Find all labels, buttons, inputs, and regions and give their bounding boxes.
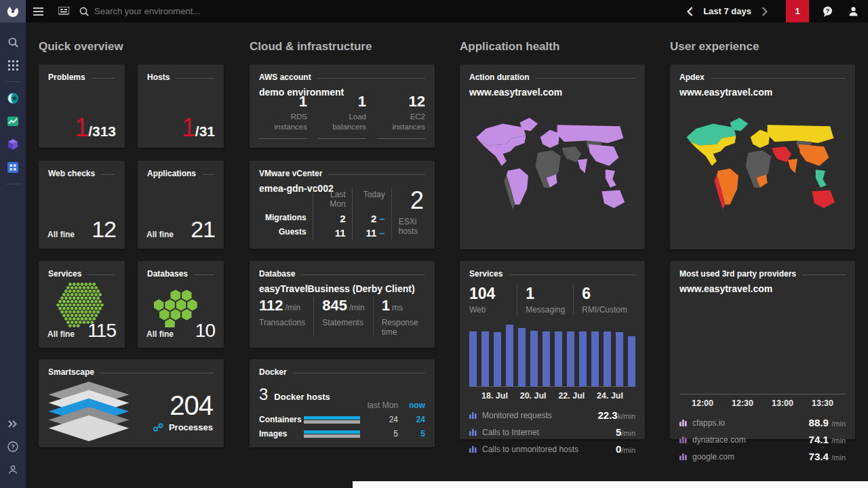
tile-applications[interactable]: Applications All fine 21	[138, 161, 224, 249]
chat-button[interactable]: ?	[814, 0, 841, 22]
providers-legend: cfapps.io 88.9 /min dynatrace.com 74.1 /…	[679, 414, 846, 465]
search-bar[interactable]	[79, 6, 284, 16]
tile-title: Database	[259, 269, 295, 279]
tile-title: AWS account	[259, 73, 311, 82]
map-region-china	[589, 144, 618, 166]
x-axis-ticks: 18. Jul 20. Jul 22. Jul 24. Jul	[469, 387, 635, 401]
tile-rule	[100, 373, 214, 373]
column-header: Last Mon	[313, 188, 352, 211]
esxi-count: 2	[410, 188, 424, 213]
providers-stacked-bar-chart[interactable]	[679, 335, 846, 394]
tile-title: Services	[469, 269, 502, 279]
tile-services[interactable]: Services All fine 115	[39, 261, 125, 348]
legend-row[interactable]: google.com 73.4 /min	[679, 448, 846, 465]
legend-value: 0	[616, 443, 621, 455]
legend-row[interactable]: dynatrace.com 74.1 /min	[679, 431, 846, 448]
tick-label: 22. Jul	[558, 391, 585, 401]
images-now: 5	[398, 429, 425, 439]
map-region-china	[799, 144, 829, 166]
chevron-left-icon	[687, 7, 693, 16]
sidebar-app-cube[interactable]	[0, 133, 26, 156]
sidebar-apps-button[interactable]	[0, 54, 26, 77]
tile-docker[interactable]: Docker 3 Docker hosts last Mon now Conta…	[250, 359, 435, 447]
stat-value: 1	[259, 93, 307, 110]
stat-caption: Transactions	[259, 318, 305, 327]
tile-problems[interactable]: Problems 1 /313	[39, 64, 125, 148]
row-label: Containers	[259, 415, 304, 424]
sidebar-expand-button[interactable]	[0, 412, 26, 435]
databases-count: 10	[195, 320, 215, 342]
svg-text:?: ?	[826, 7, 830, 14]
tile-vmware-vcenter[interactable]: VMware vCenter emea-gdn-vc002 Last Mon T…	[250, 161, 435, 249]
status-text: All fine	[47, 230, 75, 239]
stat-unit: ms	[392, 303, 403, 312]
green-chart-app-icon	[7, 115, 19, 127]
map-region-greenland	[730, 118, 748, 131]
sidebar-app-tiles[interactable]	[0, 156, 26, 179]
esxi-label: ESXi hosts	[399, 217, 424, 236]
stat-caption: RDS instances	[259, 112, 307, 132]
services-stat-rmi: 6 RMI/Custom	[573, 285, 635, 314]
tile-rule	[293, 373, 425, 373]
sidebar-search-button[interactable]	[0, 30, 26, 54]
legend-row[interactable]: Monitored requests 22.3k/min	[469, 407, 635, 424]
tile-title: Databases	[147, 269, 188, 279]
sidebar-user-button[interactable]	[0, 458, 26, 481]
tile-action-duration[interactable]: Action duration www.easytravel.com	[460, 64, 645, 249]
search-input[interactable]	[94, 6, 284, 16]
sidebar-app-globe[interactable]	[0, 87, 26, 110]
mini-bar-chart-icon	[679, 436, 687, 443]
mini-bar-chart-icon	[469, 445, 477, 453]
dynatrace-logo[interactable]	[0, 0, 26, 22]
tick-label: 12:30	[732, 399, 753, 408]
legend-row[interactable]: cfapps.io 88.9 /min	[679, 414, 846, 431]
map-region-europe	[751, 129, 770, 148]
menu-button[interactable]	[26, 0, 51, 22]
apdex-world-map[interactable]	[678, 104, 847, 243]
tile-aws-account[interactable]: AWS account demo environment 1 RDS insta…	[250, 64, 435, 148]
legend-unit: /min	[831, 436, 846, 445]
tile-databases[interactable]: Databases All fine 10	[138, 261, 224, 348]
column-quick-overview: Quick overview Problems 1 /313 Hosts 1 /…	[39, 22, 224, 488]
requests-bar-chart[interactable]	[469, 323, 635, 387]
sidebar-app-chart[interactable]	[0, 110, 26, 133]
legend-row[interactable]: Calls to Internet 5/min	[469, 424, 635, 441]
hosts-total-count: /31	[195, 123, 215, 140]
tile-web-checks[interactable]: Web checks All fine 12	[39, 161, 125, 249]
guests-last-mon: 11	[313, 226, 352, 240]
timeframe-label[interactable]: Last 7 days	[701, 6, 754, 16]
column-header: now	[398, 401, 425, 410]
timeframe-prev-button[interactable]	[679, 0, 701, 22]
tile-apdex[interactable]: Apdex www.easytravel.com	[670, 64, 855, 249]
trend-flat-icon: –	[379, 227, 384, 239]
chat-help-icon: ?	[822, 6, 833, 17]
dashboard-icon	[58, 7, 69, 16]
tile-title: Apdex	[679, 73, 705, 82]
hamburger-icon	[33, 7, 43, 16]
tile-title: Most used 3rd party providers	[679, 269, 796, 279]
tile-hosts[interactable]: Hosts 1 /31	[138, 64, 224, 148]
user-icon	[848, 6, 859, 16]
timeframe-next-button[interactable]	[754, 0, 775, 22]
tile-rule	[101, 174, 115, 175]
column-user-experience: User experience Apdex www.easytravel.com…	[670, 22, 855, 488]
hosts-problem-count: 1	[182, 113, 195, 142]
tile-smartscape[interactable]: Smartscape 204	[39, 359, 224, 447]
dashboards-button[interactable]	[51, 0, 77, 22]
sidebar-help-button[interactable]: ?	[0, 435, 26, 458]
map-region-se_asia	[606, 169, 616, 188]
application-name: www.easytravel.com	[679, 283, 846, 294]
tile-rule	[92, 78, 115, 79]
tile-database[interactable]: Database easyTravelBusiness (Derby Clien…	[250, 261, 435, 348]
tile-third-party-providers[interactable]: Most used 3rd party providers www.easytr…	[670, 261, 855, 439]
legend-row[interactable]: Calls to unmonitored hosts 0/min	[469, 441, 635, 458]
tile-services-health[interactable]: Services 104 Web 1 Messaging 6 RMI/Custo…	[460, 261, 645, 439]
tile-rule	[194, 274, 214, 275]
tile-rule	[802, 274, 846, 275]
problems-total-count: /313	[88, 123, 116, 140]
user-button[interactable]	[841, 0, 868, 22]
problems-badge[interactable]: 1	[786, 0, 809, 22]
legend-unit: /min	[621, 429, 635, 437]
process-link-icon	[153, 423, 163, 432]
action-duration-world-map[interactable]	[468, 104, 637, 243]
